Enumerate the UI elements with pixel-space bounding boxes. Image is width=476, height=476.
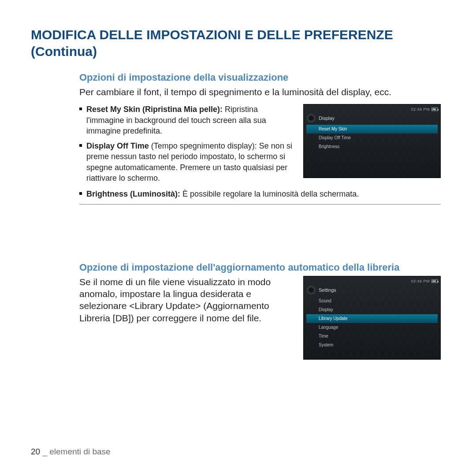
menu-item-display[interactable]: Display bbox=[306, 305, 438, 314]
subheading-display: Opzioni di impostazione della visualizza… bbox=[79, 72, 441, 83]
bullet-label: Reset My Skin (Ripristina Mia pelle): bbox=[86, 105, 225, 114]
bullet-label: Display Off Time bbox=[86, 141, 151, 150]
bullet-brightness: Brightness (Luminosità): È possibile reg… bbox=[79, 189, 441, 199]
subheading-library: Opzione di impostazione dell'aggiornamen… bbox=[79, 262, 441, 273]
bullet-reset-my-skin: Reset My Skin (Ripristina Mia pelle): Ri… bbox=[79, 104, 295, 136]
footer-sep: _ bbox=[40, 447, 49, 456]
battery-icon bbox=[431, 108, 438, 111]
section-divider bbox=[79, 204, 441, 205]
menu-item-time[interactable]: Time bbox=[306, 332, 438, 341]
device-statusbar: 02:46 PM bbox=[306, 279, 438, 283]
device-time: 02:46 PM bbox=[411, 279, 430, 283]
device-statusbar: 02:46 PM bbox=[306, 107, 438, 112]
menu-item-brightness[interactable]: Brightness bbox=[306, 142, 438, 151]
device-header: Display bbox=[306, 113, 438, 123]
device-screenshot-display: 02:46 PM Display Reset My Skin Display O… bbox=[303, 104, 441, 178]
menu-item-display-off-time[interactable]: Display Off Time bbox=[306, 134, 438, 142]
bullet-display-off-time: Display Off Time (Tempo spegnimento disp… bbox=[79, 141, 295, 183]
menu-item-language[interactable]: Language bbox=[306, 323, 438, 332]
device-header: Settings bbox=[306, 285, 438, 295]
page-number: 20 bbox=[31, 447, 40, 456]
section-display-options: Opzioni di impostazione della visualizza… bbox=[79, 72, 441, 205]
menu-item-system[interactable]: System bbox=[306, 341, 438, 350]
device-header-label: Settings bbox=[319, 287, 336, 293]
footer-section: elementi di base bbox=[49, 447, 110, 456]
menu-item-reset-my-skin[interactable]: Reset My Skin bbox=[306, 125, 438, 134]
menu-item-sound[interactable]: Sound bbox=[306, 297, 438, 305]
section-library-update: Opzione di impostazione dell'aggiornamen… bbox=[79, 262, 441, 360]
battery-icon bbox=[431, 279, 438, 283]
body-library: Se il nome di un file viene visualizzato… bbox=[79, 276, 295, 324]
page-footer: 20 _ elementi di base bbox=[31, 447, 111, 457]
menu-item-library-update[interactable]: Library Update bbox=[306, 314, 438, 323]
gear-icon bbox=[306, 113, 316, 123]
bullet-text: È possibile regolare la luminosità della… bbox=[182, 190, 359, 198]
intro-display: Per cambiare il font, il tempo di spegni… bbox=[79, 86, 441, 98]
device-header-label: Display bbox=[319, 115, 335, 121]
gear-icon bbox=[306, 285, 316, 295]
page-title: MODIFICA DELLE IMPOSTAZIONI E DELLE PREF… bbox=[31, 26, 445, 60]
bullet-label: Brightness (Luminosità): bbox=[86, 190, 182, 198]
device-time: 02:46 PM bbox=[411, 107, 430, 112]
device-screenshot-settings: 02:46 PM Settings Sound Display Library … bbox=[303, 276, 441, 360]
